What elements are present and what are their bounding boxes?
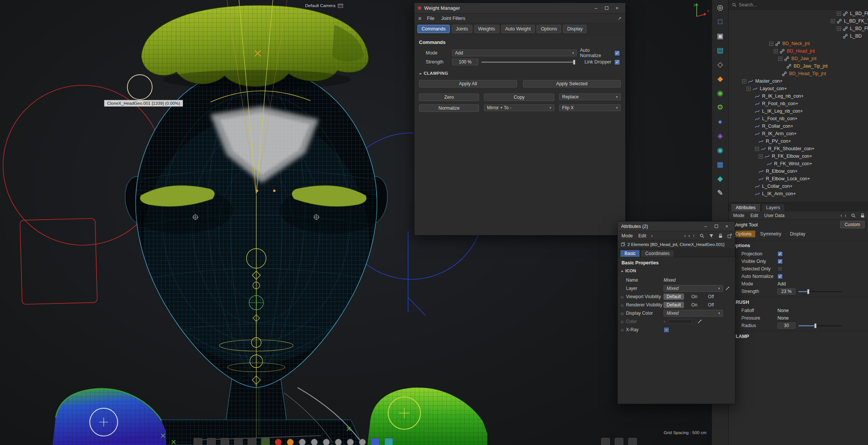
replace-dropdown[interactable]: Replace▾ <box>559 94 621 100</box>
mode-value[interactable]: Add <box>777 281 786 287</box>
section-title-brush[interactable]: BRUSH <box>729 297 868 307</box>
section-title-clamp[interactable]: CLAMP <box>729 331 868 341</box>
dock-tab-layers[interactable]: Layers <box>761 204 785 211</box>
expand-toggle[interactable]: − <box>778 57 782 61</box>
gear-icon[interactable]: ⚙ <box>714 101 727 113</box>
palette-tile-green[interactable] <box>261 438 270 445</box>
popout-icon[interactable] <box>727 234 732 238</box>
expand-toggle[interactable]: − <box>769 42 773 46</box>
transport-tile-4[interactable] <box>234 438 243 445</box>
option-on[interactable]: On <box>688 294 700 300</box>
chevron-right-icon[interactable]: › <box>651 233 653 238</box>
object-item-Master_con+[interactable]: −Master_con+ <box>729 77 868 85</box>
zero-button[interactable]: Zero <box>419 94 479 101</box>
radius-slider[interactable] <box>798 323 842 329</box>
popout-icon[interactable]: ↗ <box>618 16 622 21</box>
object-item-Layout_con+[interactable]: −Layout_con+ <box>729 85 868 92</box>
expand-toggle[interactable]: − <box>774 49 778 53</box>
lock-icon[interactable] <box>860 213 865 218</box>
key-dot-6[interactable] <box>359 439 366 445</box>
copy-button[interactable]: Copy <box>484 94 554 101</box>
wrench-icon[interactable]: ◆ <box>714 172 727 185</box>
object-item-R_Foot_nb_con+[interactable]: R_Foot_nb_con+ <box>729 100 868 107</box>
record-button[interactable] <box>275 439 282 445</box>
option-default[interactable]: Default <box>664 302 684 308</box>
object-item-R_Elbow_Lock_con+[interactable]: R_Elbow_Lock_con+ <box>729 175 868 183</box>
object-item-L_BD[interactable]: L_BD <box>729 32 868 40</box>
object-item-L_BD_FK_Th[interactable]: −L_BD_FK_Th <box>729 10 868 17</box>
hair-mesh[interactable] <box>139 3 372 93</box>
object-search-bar[interactable] <box>729 0 868 10</box>
key-dot-1[interactable] <box>299 439 306 445</box>
autokey-button[interactable] <box>287 439 294 445</box>
section-title-options[interactable]: Options <box>729 240 868 250</box>
tool-tab-display[interactable]: Display <box>786 231 809 237</box>
sphere-icon[interactable]: ● <box>714 115 727 128</box>
menu-file[interactable]: File <box>426 16 435 21</box>
expand-toggle[interactable]: − <box>831 19 835 23</box>
material-tile-teal[interactable] <box>384 438 393 445</box>
tab-options[interactable]: Options <box>537 25 561 33</box>
object-item-BD_Neck_jnt[interactable]: −BD_Neck_jnt <box>729 40 868 47</box>
expand-toggle[interactable]: − <box>755 147 759 151</box>
transport-tile-1[interactable] <box>194 438 202 445</box>
object-item-R_IK_Leg_nb_con+[interactable]: R_IK_Leg_nb_con+ <box>729 92 868 100</box>
menu-icon[interactable]: ≡ <box>418 15 421 21</box>
back-icon[interactable]: ‹ <box>841 213 842 218</box>
object-item-R_FK_Shoulder_con+[interactable]: −R_FK_Shoulder_con+ <box>729 145 868 152</box>
expand-toggle[interactable]: − <box>747 87 751 91</box>
strength-value[interactable]: 23 % <box>777 288 795 294</box>
film-icon[interactable]: ▦ <box>714 158 727 170</box>
tab-commands[interactable]: Commands <box>417 25 450 33</box>
object-item-BD_Jaw_Tip_jnt[interactable]: BD_Jaw_Tip_jnt <box>729 62 868 70</box>
tool-tab-symmetry[interactable]: Symmetry <box>756 231 785 237</box>
auto-normalize-checkbox[interactable]: ✓ <box>614 50 620 56</box>
menu-edit[interactable]: Edit <box>638 233 647 238</box>
tab-display[interactable]: Display <box>563 25 587 33</box>
toolbar-tile[interactable] <box>601 438 610 445</box>
axis-snap-icon[interactable]: ◎ <box>714 1 727 14</box>
visible-only-checkbox[interactable]: ✓ <box>777 259 783 264</box>
expand-toggle[interactable]: − <box>837 27 841 31</box>
option-default[interactable]: Default <box>664 294 684 300</box>
apply-selected-button[interactable]: Apply Selected <box>523 80 621 87</box>
expand-toggle[interactable]: − <box>742 79 746 83</box>
particles-icon[interactable]: ◉ <box>714 87 727 99</box>
tab-weights[interactable]: Weights <box>474 25 499 33</box>
icon-group-toggle[interactable]: ▸ ICON <box>621 269 732 276</box>
key-dot-5[interactable] <box>347 439 354 445</box>
display-color-dropdown[interactable]: Mixed▾ <box>664 310 723 317</box>
transport-tile-5[interactable] <box>248 438 256 445</box>
object-item-BD_Head_jnt[interactable]: −BD_Head_jnt <box>729 47 868 55</box>
menu-user-data[interactable]: User Data <box>764 213 785 218</box>
menu-mode[interactable]: Mode <box>621 233 634 238</box>
search-input[interactable] <box>739 2 851 8</box>
transport-tile-3[interactable] <box>221 438 229 445</box>
object-item-BD_Head_Tip_jnt[interactable]: BD_Head_Tip_jnt <box>729 70 868 77</box>
dock-tab-attributes[interactable]: Attributes <box>731 204 761 211</box>
apply-all-button[interactable]: Apply All <box>419 80 517 87</box>
x-ray-checkbox[interactable]: − <box>664 327 669 333</box>
weight-manager-titlebar[interactable]: Weight Manager – × <box>414 3 625 14</box>
strength-slider[interactable] <box>481 59 575 65</box>
pressure-value[interactable]: None <box>777 315 789 321</box>
object-item-L_IK_Leg_nb_con+[interactable]: L_IK_Leg_nb_con+ <box>729 107 868 115</box>
key-dot-3[interactable] <box>323 439 330 445</box>
object-item-R_PV_con+[interactable]: R_PV_con+ <box>729 137 868 145</box>
key-dot-2[interactable] <box>311 439 318 445</box>
magnet-icon[interactable]: ◆ <box>714 72 727 85</box>
menu-mode[interactable]: Mode <box>732 213 745 218</box>
option-off[interactable]: Off <box>705 302 717 308</box>
search-icon[interactable] <box>700 234 704 238</box>
maximize-icon[interactable] <box>602 5 611 12</box>
forward-icon[interactable]: › <box>845 213 846 218</box>
forward-icon[interactable]: › <box>688 233 690 238</box>
color-picker-icon[interactable] <box>725 286 730 291</box>
camera-icon[interactable]: ◉ <box>714 144 727 156</box>
normalize-button[interactable]: Normalize <box>419 104 479 112</box>
falloff-value[interactable]: None <box>777 308 789 313</box>
object-item-L_Foot_nb_con+[interactable]: L_Foot_nb_con+ <box>729 115 868 122</box>
strength-slider[interactable] <box>798 288 842 294</box>
transport-tile-2[interactable] <box>207 438 216 445</box>
minimize-icon[interactable]: – <box>591 5 601 12</box>
